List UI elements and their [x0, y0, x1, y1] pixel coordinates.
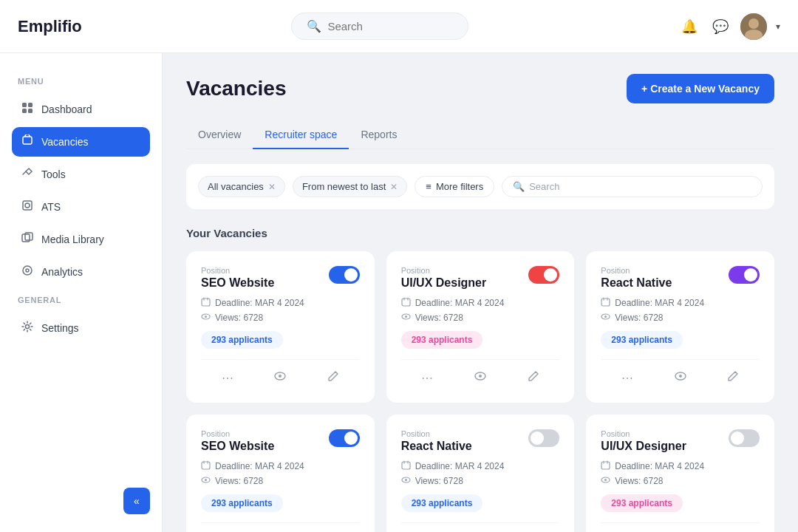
sidebar: MENU Dashboard Vacancies Tools ATS	[0, 53, 163, 532]
svg-rect-30	[601, 299, 610, 306]
global-search-bar[interactable]: 🔍	[291, 13, 468, 40]
edit-button[interactable]	[522, 367, 545, 388]
card-meta: Deadline: MAR 4 2024 Views: 6728	[201, 460, 360, 487]
card-title: UI/UX Designer	[401, 276, 487, 290]
chevron-down-icon[interactable]: ▾	[776, 21, 780, 32]
svg-rect-51	[601, 462, 610, 469]
svg-point-13	[23, 266, 32, 275]
tools-icon	[21, 167, 34, 182]
card-views: Views: 6728	[601, 312, 760, 324]
toggle-slider	[329, 266, 360, 284]
sidebar-item-tools[interactable]: Tools	[12, 160, 150, 189]
more-options-button[interactable]: ⋯	[216, 368, 239, 388]
applicants-badge: 293 applicants	[201, 331, 283, 349]
vacancies-grid: Position SEO Website Deadline: MAR 4 202…	[186, 251, 774, 532]
toggle-switch[interactable]	[729, 266, 760, 284]
card-position-label: Position	[201, 429, 274, 438]
tools-label: Tools	[41, 168, 66, 180]
search-filter-placeholder: Search	[529, 181, 559, 192]
card-top: Position React Native	[401, 429, 560, 453]
card-title: SEO Website	[201, 440, 274, 453]
sidebar-item-media-library[interactable]: Media Library	[12, 225, 150, 254]
vacancies-label: Vacancies	[41, 136, 89, 148]
views-text: Views: 6728	[415, 476, 463, 486]
card-title: SEO Website	[201, 276, 274, 290]
edit-button[interactable]	[721, 367, 745, 388]
message-icon[interactable]: 💬	[709, 16, 732, 38]
toggle-slider	[528, 266, 559, 284]
sidebar-item-settings[interactable]: Settings	[12, 313, 150, 343]
card-meta: Deadline: MAR 4 2024 Views: 6728	[601, 297, 760, 324]
search-input[interactable]	[327, 20, 453, 33]
view-button[interactable]	[669, 367, 692, 388]
card-deadline: Deadline: MAR 4 2024	[601, 297, 760, 309]
sidebar-item-analytics[interactable]: Analytics	[12, 257, 150, 287]
tab-reports[interactable]: Reports	[349, 121, 409, 149]
view-button[interactable]	[468, 367, 492, 388]
card-top: Position UI/UX Designer	[601, 429, 760, 453]
svg-point-29	[479, 375, 482, 378]
topbar-icons: 🔔 💬 ▾	[678, 13, 780, 40]
svg-point-14	[26, 269, 29, 272]
tab-overview[interactable]: Overview	[186, 121, 253, 149]
avatar[interactable]	[740, 13, 767, 40]
card-deadline: Deadline: MAR 4 2024	[401, 297, 560, 309]
svg-rect-6	[28, 109, 33, 113]
sidebar-item-vacancies[interactable]: Vacancies	[12, 127, 150, 157]
filter-all-vacancies[interactable]: All vacancies ✕	[198, 176, 285, 197]
toggle-switch[interactable]	[329, 429, 360, 447]
card-actions: ⋯	[201, 359, 360, 388]
sidebar-item-ats[interactable]: ATS	[12, 192, 150, 222]
card-actions: ⋯	[601, 522, 760, 532]
more-options-button[interactable]: ⋯	[615, 368, 639, 388]
card-header: Position SEO Website	[201, 266, 274, 290]
more-filters-button[interactable]: ≡ More filters	[415, 176, 494, 197]
card-deadline: Deadline: MAR 4 2024	[201, 460, 360, 472]
svg-rect-44	[402, 462, 410, 469]
edit-button[interactable]	[321, 367, 345, 388]
logo: Emplifio	[18, 17, 82, 36]
view-button[interactable]	[268, 367, 292, 388]
toggle-switch[interactable]	[329, 266, 360, 284]
svg-rect-5	[22, 109, 27, 113]
toggle-switch[interactable]	[729, 429, 760, 447]
deadline-icon	[601, 460, 610, 472]
svg-rect-23	[402, 299, 410, 306]
tab-recruiter-space[interactable]: Recruiter space	[253, 121, 349, 149]
filter-newest-close-icon[interactable]: ✕	[390, 182, 398, 192]
filter-newest[interactable]: From newest to last ✕	[293, 176, 407, 197]
notification-icon[interactable]: 🔔	[678, 16, 700, 38]
more-options-button[interactable]: ⋯	[415, 368, 439, 388]
applicants-badge: 293 applicants	[401, 494, 483, 512]
card-position-label: Position	[201, 266, 274, 275]
filters-bar: All vacancies ✕ From newest to last ✕ ≡ …	[186, 164, 774, 209]
filter-all-close-icon[interactable]: ✕	[268, 182, 276, 192]
card-title: React Native	[601, 276, 672, 290]
toggle-switch[interactable]	[528, 266, 559, 284]
toggle-slider	[329, 429, 360, 447]
views-text: Views: 6728	[615, 313, 663, 323]
card-position-label: Position	[601, 266, 672, 275]
svg-point-36	[679, 375, 682, 378]
vacancy-card-v2: Position UI/UX Designer Deadline: MAR 4 …	[386, 251, 575, 403]
vacancy-search-filter[interactable]: 🔍 Search	[502, 176, 763, 197]
card-position-label: Position	[601, 429, 686, 438]
svg-line-8	[23, 171, 26, 174]
deadline-icon	[201, 297, 211, 309]
card-deadline: Deadline: MAR 4 2024	[601, 460, 760, 472]
card-position-label: Position	[401, 429, 472, 438]
svg-point-1	[748, 18, 759, 29]
deadline-icon	[201, 460, 211, 472]
card-meta: Deadline: MAR 4 2024 Views: 6728	[201, 297, 360, 324]
svg-rect-7	[23, 137, 32, 144]
dashboard-icon	[21, 102, 34, 117]
sidebar-collapse-button[interactable]: «	[123, 488, 150, 514]
toggle-switch[interactable]	[528, 429, 559, 447]
menu-label: MENU	[18, 77, 150, 86]
svg-point-15	[26, 325, 30, 329]
svg-rect-37	[202, 462, 210, 469]
card-views: Views: 6728	[601, 475, 760, 487]
filter-all-label: All vacancies	[208, 181, 264, 192]
sidebar-item-dashboard[interactable]: Dashboard	[12, 95, 150, 124]
create-vacancy-button[interactable]: + Create a New Vacancy	[627, 74, 774, 103]
